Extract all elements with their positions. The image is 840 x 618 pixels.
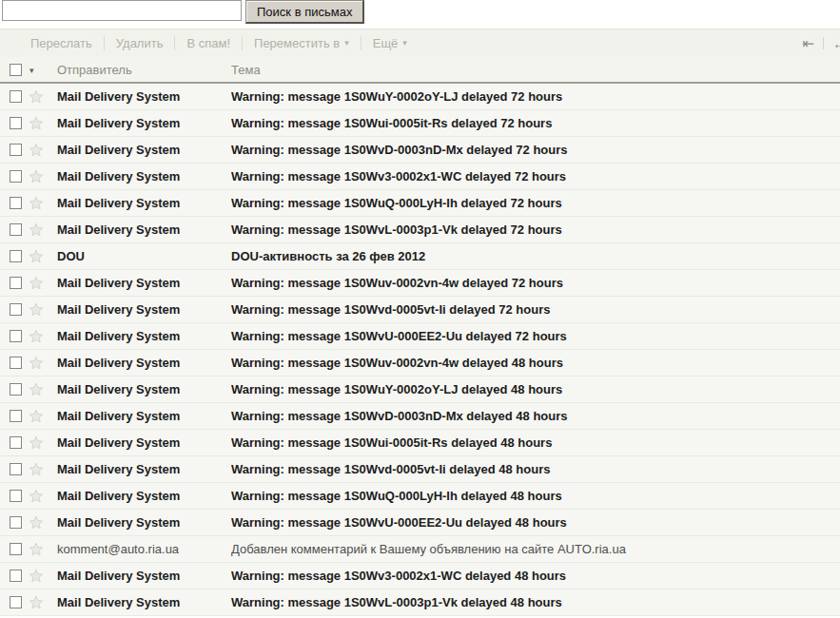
subject-label[interactable]: Warning: message 1S0WvL-0003p1-Vk delaye…	[231, 595, 832, 609]
spam-button[interactable]: В спам!	[175, 36, 242, 50]
row-checkbox[interactable]	[10, 277, 22, 289]
subject-label[interactable]: Warning: message 1S0Wuv-0002vn-4w delaye…	[231, 276, 832, 290]
subject-label[interactable]: Warning: message 1S0WvD-0003nD-Mx delaye…	[231, 409, 832, 423]
message-row[interactable]: Mail Delivery System Warning: message 1S…	[0, 510, 840, 536]
message-row[interactable]: Mail Delivery System Warning: message 1S…	[0, 350, 840, 377]
toolbar-button-label: В спам!	[186, 36, 230, 50]
row-checkbox[interactable]	[10, 303, 22, 316]
select-dropdown-caret-icon[interactable]: ▾	[29, 66, 34, 75]
message-row[interactable]: Mail Delivery System Warning: message 1S…	[0, 217, 840, 243]
message-row[interactable]: Mail Delivery System Warning: message 1S…	[0, 323, 840, 350]
message-row[interactable]: Mail Delivery System Warning: message 1S…	[0, 589, 840, 616]
message-row[interactable]: Mail Delivery System Warning: message 1S…	[0, 483, 840, 510]
message-row[interactable]: Mail Delivery System Warning: message 1S…	[0, 456, 840, 483]
subject-label[interactable]: Warning: message 1S0Wui-0005it-Rs delaye…	[231, 116, 832, 130]
row-checkbox[interactable]	[10, 250, 22, 262]
sender-label: Mail Delivery System	[57, 409, 226, 423]
star-icon[interactable]	[29, 196, 44, 211]
subject-label[interactable]: DOU-активность за 26 фев 2012	[231, 249, 832, 263]
row-checkbox[interactable]	[10, 197, 22, 209]
list-header: ▾ Отправитель Тема	[0, 57, 840, 84]
subject-label[interactable]: Warning: message 1S0WuQ-000LyH-Ih delaye…	[231, 196, 832, 210]
column-header-sender[interactable]: Отправитель	[57, 63, 132, 77]
row-checkbox[interactable]	[10, 436, 22, 449]
subject-label[interactable]: Warning: message 1S0WvL-0003p1-Vk delaye…	[231, 222, 832, 237]
subject-label[interactable]: Warning: message 1S0Wvd-0005vt-Ii delaye…	[231, 462, 832, 476]
star-icon[interactable]	[29, 382, 44, 397]
star-icon[interactable]	[29, 222, 44, 238]
message-row[interactable]: komment@auto.ria.ua Добавлен комментарий…	[0, 536, 840, 563]
toolbar: ПереслатьУдалитьВ спам!Переместить в▾Ещё…	[0, 29, 840, 57]
subject-label[interactable]: Добавлен комментарий к Вашему объявлению…	[231, 542, 832, 556]
subject-label[interactable]: Warning: message 1S0WuY-0002oY-LJ delaye…	[231, 382, 832, 396]
subject-label[interactable]: Warning: message 1S0Wuv-0002vn-4w delaye…	[231, 356, 832, 370]
message-row[interactable]: Mail Delivery System Warning: message 1S…	[0, 137, 840, 164]
row-checkbox[interactable]	[10, 144, 22, 156]
message-row[interactable]: Mail Delivery System Warning: message 1S…	[0, 563, 840, 589]
star-icon[interactable]	[29, 489, 44, 504]
star-icon[interactable]	[29, 435, 44, 451]
row-checkbox[interactable]	[10, 596, 22, 608]
star-icon[interactable]	[29, 169, 44, 184]
subject-label[interactable]: Warning: message 1S0WvD-0003nD-Mx delaye…	[231, 143, 832, 157]
sender-label: Mail Delivery System	[57, 435, 226, 450]
row-checkbox[interactable]	[10, 463, 22, 475]
sender-label: Mail Delivery System	[57, 143, 226, 157]
search-input[interactable]	[2, 0, 242, 21]
message-row[interactable]: Mail Delivery System Warning: message 1S…	[0, 110, 840, 137]
row-checkbox[interactable]	[10, 90, 22, 103]
column-header-subject[interactable]: Тема	[231, 63, 261, 77]
star-icon[interactable]	[29, 462, 44, 477]
select-all-checkbox[interactable]	[10, 64, 22, 76]
row-checkbox[interactable]	[10, 410, 22, 422]
row-checkbox[interactable]	[10, 330, 22, 342]
message-row[interactable]: Mail Delivery System Warning: message 1S…	[0, 270, 840, 297]
row-checkbox[interactable]	[10, 117, 22, 129]
search-button[interactable]: Поиск в письмах	[245, 0, 364, 24]
message-row[interactable]: Mail Delivery System Warning: message 1S…	[0, 190, 840, 217]
message-row[interactable]: Mail Delivery System Warning: message 1S…	[0, 297, 840, 323]
subject-label[interactable]: Warning: message 1S0Wv3-0002x1-WC delaye…	[231, 569, 832, 583]
message-row[interactable]: Mail Delivery System Warning: message 1S…	[0, 164, 840, 190]
first-page-icon[interactable]: ⇤	[802, 36, 814, 50]
message-row[interactable]: Mail Delivery System Warning: message 1S…	[0, 430, 840, 456]
star-icon[interactable]	[29, 249, 44, 264]
message-row[interactable]: Mail Delivery System Warning: message 1S…	[0, 403, 840, 430]
subject-label[interactable]: Warning: message 1S0WuQ-000LyH-Ih delaye…	[231, 489, 832, 503]
row-checkbox[interactable]	[10, 223, 22, 236]
forward-button[interactable]: Переслать	[19, 36, 104, 50]
star-icon[interactable]	[29, 356, 44, 371]
star-icon[interactable]	[29, 276, 44, 291]
row-checkbox[interactable]	[10, 170, 22, 183]
row-checkbox[interactable]	[10, 570, 22, 582]
row-checkbox[interactable]	[10, 543, 22, 555]
subject-label[interactable]: Warning: message 1S0WvU-000EE2-Uu delaye…	[231, 329, 832, 343]
subject-label[interactable]: Warning: message 1S0Wvd-0005vt-Ii delaye…	[231, 302, 832, 317]
star-icon[interactable]	[29, 409, 44, 424]
subject-label[interactable]: Warning: message 1S0Wui-0005it-Rs delaye…	[231, 435, 832, 450]
delete-button[interactable]: Удалить	[105, 36, 175, 50]
star-icon[interactable]	[29, 595, 44, 610]
star-icon[interactable]	[29, 302, 44, 318]
move-to-button[interactable]: Переместить в▾	[243, 36, 361, 50]
star-icon[interactable]	[29, 542, 44, 557]
row-checkbox[interactable]	[10, 490, 22, 502]
message-row[interactable]: DOU DOU-активность за 26 фев 2012	[0, 243, 840, 270]
subject-label[interactable]: Warning: message 1S0Wv3-0002x1-WC delaye…	[231, 169, 832, 183]
row-checkbox[interactable]	[10, 383, 22, 396]
more-button[interactable]: Ещё▾	[361, 36, 419, 50]
subject-label[interactable]: Warning: message 1S0WuY-0002oY-LJ delaye…	[231, 89, 832, 104]
star-icon[interactable]	[29, 569, 44, 584]
row-checkbox[interactable]	[10, 516, 22, 529]
star-icon[interactable]	[29, 515, 44, 531]
message-row[interactable]: Mail Delivery System Warning: message 1S…	[0, 84, 840, 110]
star-icon[interactable]	[29, 116, 44, 131]
subject-label[interactable]: Warning: message 1S0WvU-000EE2-Uu delaye…	[231, 515, 832, 530]
star-icon[interactable]	[29, 143, 44, 158]
row-checkbox[interactable]	[10, 357, 22, 369]
toolbar-button-label: Ещё	[373, 36, 399, 50]
message-row[interactable]: Mail Delivery System Warning: message 1S…	[0, 377, 840, 403]
prev-page-icon[interactable]: ←	[832, 36, 840, 50]
star-icon[interactable]	[29, 329, 44, 344]
star-icon[interactable]	[29, 89, 44, 105]
